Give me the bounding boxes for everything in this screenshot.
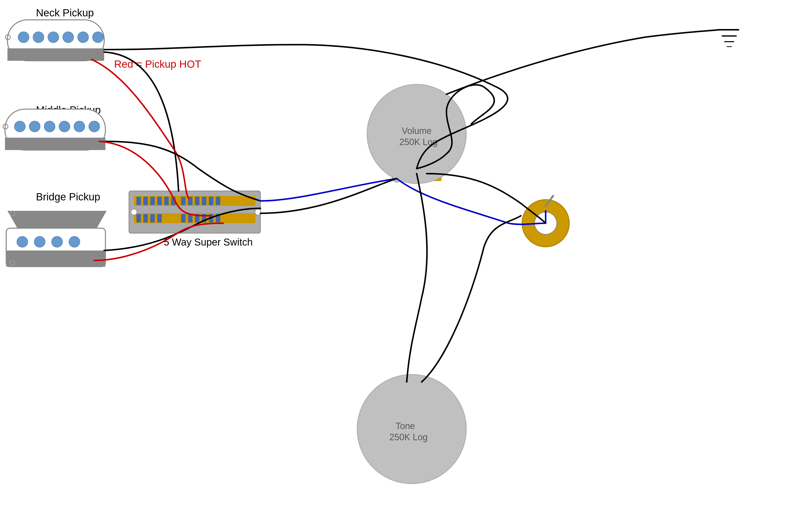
svg-point-5 [63, 32, 74, 43]
svg-rect-38 [195, 197, 199, 205]
svg-point-13 [44, 121, 55, 132]
svg-point-2 [18, 32, 29, 43]
svg-rect-36 [181, 197, 185, 205]
svg-point-4 [48, 32, 59, 43]
svg-rect-33 [157, 197, 162, 205]
svg-rect-32 [150, 197, 155, 205]
svg-point-14 [59, 121, 70, 132]
svg-rect-34 [164, 197, 169, 205]
svg-rect-45 [157, 214, 162, 223]
svg-rect-10 [5, 138, 105, 150]
svg-rect-39 [202, 197, 206, 205]
svg-marker-18 [7, 211, 107, 228]
svg-point-23 [52, 236, 62, 247]
svg-text:250K Log: 250K Log [389, 432, 428, 442]
svg-point-6 [78, 32, 88, 43]
svg-text:Volume: Volume [402, 126, 432, 136]
svg-rect-31 [143, 197, 148, 205]
svg-rect-46 [181, 214, 185, 223]
wiring-svg: 5 Way Super Switch Volume 250K Log p Ton… [0, 0, 785, 532]
svg-rect-1 [7, 48, 104, 61]
svg-point-12 [29, 121, 40, 132]
svg-rect-44 [150, 214, 155, 223]
wiring-diagram: Neck Pickup Middle Pickup Bridge Pickup … [0, 0, 785, 532]
svg-rect-42 [136, 214, 141, 223]
svg-point-16 [89, 121, 100, 132]
svg-point-21 [17, 236, 28, 247]
svg-rect-30 [136, 197, 141, 205]
svg-point-24 [69, 236, 80, 247]
svg-rect-41 [216, 197, 220, 205]
svg-rect-40 [209, 197, 213, 205]
svg-point-7 [93, 32, 103, 43]
svg-point-3 [33, 32, 44, 43]
svg-point-22 [34, 236, 45, 247]
svg-point-52 [131, 209, 137, 215]
svg-point-15 [74, 121, 85, 132]
svg-rect-20 [6, 251, 105, 267]
svg-text:Tone: Tone [396, 421, 415, 431]
svg-point-11 [15, 121, 25, 132]
svg-point-53 [255, 209, 261, 215]
svg-text:5 Way Super Switch: 5 Way Super Switch [164, 236, 253, 248]
svg-rect-43 [143, 214, 148, 223]
